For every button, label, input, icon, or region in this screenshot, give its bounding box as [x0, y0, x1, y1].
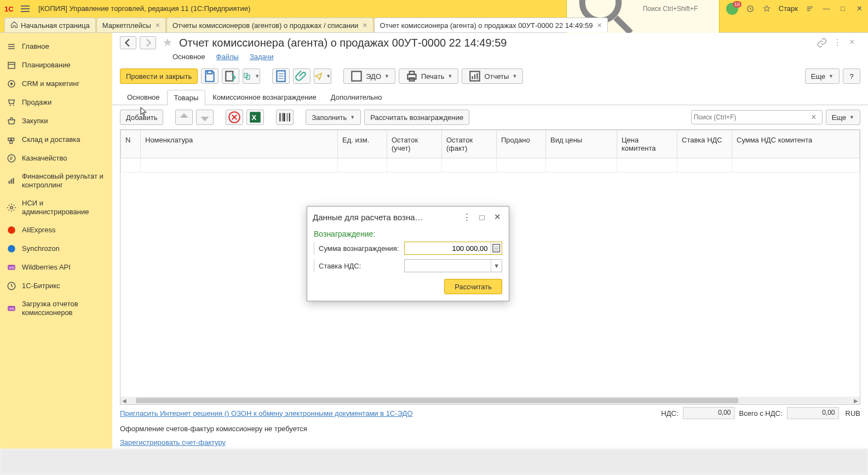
sidebar-item-bitrix[interactable]: 1С-Битрикс [0, 277, 112, 295]
move-down-button[interactable] [196, 110, 214, 125]
col-stock-acc[interactable]: Остаток (учет) [387, 130, 442, 158]
col-vat-rate[interactable]: Ставка НДС [677, 130, 732, 158]
link-icon[interactable] [817, 37, 827, 48]
dropdown-icon[interactable]: ▼ [491, 260, 502, 272]
subtab-goods[interactable]: Товары [167, 90, 206, 105]
scroll-thumb[interactable] [136, 398, 738, 403]
sidebar-item-wildberries[interactable]: WB Wildberries API [0, 258, 112, 277]
info-link-files[interactable]: Файлы [216, 53, 239, 61]
tab-home[interactable]: Начальная страница [4, 18, 96, 32]
favorite-star-icon[interactable] [162, 37, 174, 49]
sidebar-item-warehouse[interactable]: Склад и доставка [0, 130, 112, 149]
post-and-close-button[interactable]: Провести и закрыть [120, 68, 198, 84]
excel-button[interactable]: X [246, 110, 264, 125]
reports-button[interactable]: Отчеты▼ [462, 68, 523, 84]
dialog-maximize-icon[interactable]: □ [476, 211, 488, 223]
edo-button[interactable]: ЭДО▼ [343, 68, 395, 84]
subtab-extra[interactable]: Дополнительно [324, 89, 389, 105]
vat-input[interactable] [405, 262, 491, 270]
sidebar-item-load-reports[interactable]: WB Загрузка отчетов комиссионеров [0, 295, 112, 322]
document-button[interactable] [272, 68, 290, 84]
scroll-left-icon[interactable]: ◀ [120, 398, 128, 404]
sum-input[interactable] [405, 244, 491, 253]
svg-point-26 [8, 245, 15, 253]
more-vertical-icon[interactable]: ⋮ [833, 37, 844, 48]
col-unit[interactable]: Ед. изм. [338, 130, 387, 158]
move-up-button[interactable] [175, 110, 193, 125]
col-committor-price[interactable]: Цена комитента [617, 130, 677, 158]
sidebar-item-crm[interactable]: CRM и маркетинг [0, 75, 112, 93]
info-link-main[interactable]: Основное [173, 53, 205, 61]
history-icon[interactable] [746, 4, 755, 13]
favorites-icon[interactable] [762, 4, 771, 13]
toolbar: Провести и закрыть ▼ ▼ ЭДО▼ Печать▼ Отче… [112, 66, 868, 86]
table-more-button[interactable]: Еще▼ [826, 110, 860, 125]
nav-forward-button[interactable] [140, 36, 156, 49]
subtab-main[interactable]: Основное [120, 89, 167, 105]
search-clear-icon[interactable]: × [808, 112, 819, 122]
info-link-tasks[interactable]: Задачи [250, 53, 274, 61]
calculator-icon[interactable] [491, 242, 502, 254]
post-button[interactable] [222, 68, 239, 84]
based-on-button[interactable]: ▼ [243, 68, 260, 84]
calc-commission-button[interactable]: Рассчитать вознаграждение [364, 110, 469, 125]
sidebar-item-finance[interactable]: Финансовый результат и контроллинг [0, 168, 112, 194]
horizontal-scrollbar[interactable]: ◀ ▶ [120, 397, 860, 404]
sidebar-item-admin[interactable]: НСИ и администрирование [0, 194, 112, 221]
sidebar-item-aliexpress[interactable]: AliExpress [0, 221, 112, 239]
print-button[interactable]: Печать▼ [399, 68, 459, 84]
col-nomenclature[interactable]: Номенклатура [141, 130, 338, 158]
col-stock-fact[interactable]: Остаток (факт) [442, 130, 497, 158]
dialog-more-icon[interactable]: ⋮ [461, 211, 473, 223]
sidebar-item-treasury[interactable]: ₽ Казначейство [0, 149, 112, 168]
window-close-icon[interactable]: ✕ [855, 4, 864, 13]
window-minimize-icon[interactable]: — [822, 4, 831, 13]
svg-rect-45 [472, 76, 473, 79]
main-menu-icon[interactable] [19, 2, 32, 15]
user-name[interactable]: Старк [779, 4, 798, 13]
sidebar-item-label: Склад и доставка [22, 135, 81, 144]
register-invoice-link[interactable]: Зарегистрировать счет-фактуру [120, 438, 226, 447]
table-row[interactable] [121, 158, 860, 173]
col-n[interactable]: N [121, 130, 141, 158]
col-committor-vat-sum[interactable]: Сумма НДС комитента [732, 130, 860, 158]
global-search-input[interactable] [643, 5, 716, 13]
sidebar-item-synchrozon[interactable]: Synchrozon [0, 239, 112, 258]
sidebar-item-sales[interactable]: Продажи [0, 93, 112, 112]
subtab-commission[interactable]: Комиссионное вознаграждение [205, 89, 324, 105]
help-button[interactable]: ? [843, 68, 860, 84]
save-button[interactable] [201, 68, 219, 84]
tab-close-icon[interactable]: × [156, 21, 160, 30]
invite-edo-link[interactable]: Пригласить Интернет решения () ОЗОН к об… [120, 409, 413, 417]
more-button[interactable]: Еще▼ [805, 68, 840, 84]
dialog-close-icon[interactable]: ✕ [491, 211, 503, 223]
table-search-input[interactable] [694, 113, 808, 121]
tab-document[interactable]: Отчет комиссионера (агента) о продажах 0… [374, 18, 608, 32]
col-sold[interactable]: Продано [497, 130, 546, 158]
barcode-button[interactable] [276, 110, 294, 125]
close-icon[interactable]: × [849, 37, 860, 48]
sidebar-item-label: Планирование [22, 61, 71, 70]
document-title: Отчет комиссионера (агента) о продажах 0… [179, 37, 813, 49]
window-maximize-icon[interactable]: □ [838, 4, 847, 13]
currency: RUB [846, 409, 860, 417]
col-price-type[interactable]: Вид цены [546, 130, 617, 158]
attach-button[interactable] [293, 68, 311, 84]
calculate-button[interactable]: Рассчитать [444, 279, 502, 294]
tab-close-icon[interactable]: × [597, 21, 601, 30]
settings-menu-icon[interactable] [806, 4, 814, 13]
nav-back-button[interactable] [120, 36, 136, 49]
tab-marketplaces[interactable]: Маркетплейсы × [96, 18, 166, 32]
delete-row-button[interactable] [226, 110, 243, 125]
sidebar-item-main[interactable]: Главное [0, 37, 112, 56]
scroll-right-icon[interactable]: ▶ [852, 398, 860, 404]
notifications-badge-icon[interactable] [726, 3, 738, 15]
tab-close-icon[interactable]: × [363, 21, 367, 30]
tab-commissioner-reports[interactable]: Отчеты комиссионеров (агентов) о продажа… [166, 18, 373, 32]
fill-button[interactable]: Заполнить▼ [306, 110, 361, 125]
sidebar-item-planning[interactable]: Планирование [0, 56, 112, 75]
sidebar-item-purchases[interactable]: Закупки [0, 112, 112, 130]
table-search[interactable]: × [691, 110, 823, 124]
svg-text:1C: 1C [4, 5, 14, 13]
send-button[interactable]: ▼ [314, 68, 331, 84]
